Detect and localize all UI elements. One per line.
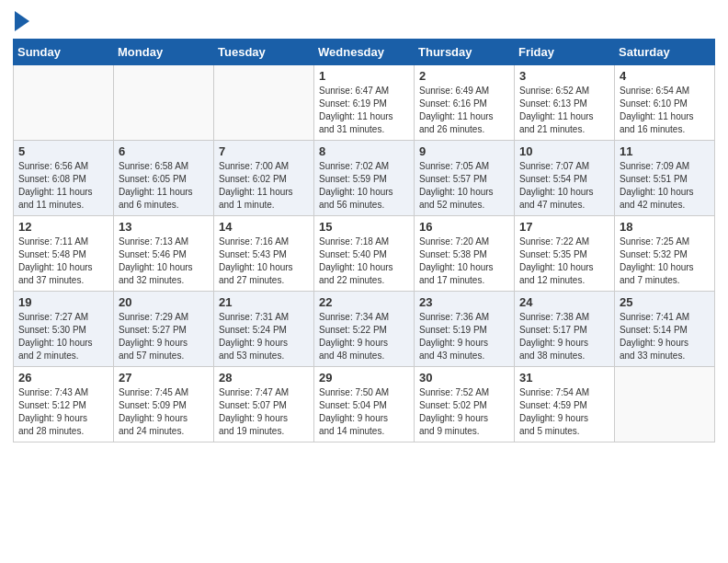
day-number: 29 [319,371,409,385]
day-cell-21: 21Sunrise: 7:31 AM Sunset: 5:24 PM Dayli… [214,292,314,367]
day-info: Sunrise: 7:52 AM Sunset: 5:02 PM Dayligh… [419,386,509,438]
header-saturday: Saturday [615,40,715,65]
day-info: Sunrise: 7:11 AM Sunset: 5:48 PM Dayligh… [18,236,108,287]
day-cell-4: 4Sunrise: 6:54 AM Sunset: 6:10 PM Daylig… [615,65,715,141]
day-cell-3: 3Sunrise: 6:52 AM Sunset: 6:13 PM Daylig… [515,65,615,141]
day-number: 1 [319,69,409,83]
logo-arrow-icon [15,11,29,31]
day-info: Sunrise: 7:22 AM Sunset: 5:35 PM Dayligh… [519,236,609,287]
week-row-3: 12Sunrise: 7:11 AM Sunset: 5:48 PM Dayli… [14,216,715,292]
day-cell-28: 28Sunrise: 7:47 AM Sunset: 5:07 PM Dayli… [214,367,314,442]
day-cell-1: 1Sunrise: 6:47 AM Sunset: 6:19 PM Daylig… [314,65,415,141]
day-number: 26 [18,371,108,385]
day-info: Sunrise: 7:02 AM Sunset: 5:59 PM Dayligh… [319,160,409,212]
empty-cell [615,367,715,442]
day-cell-29: 29Sunrise: 7:50 AM Sunset: 5:04 PM Dayli… [314,367,415,442]
day-number: 28 [219,371,309,385]
day-number: 25 [620,295,710,309]
day-info: Sunrise: 7:07 AM Sunset: 5:54 PM Dayligh… [519,160,609,212]
day-number: 2 [419,69,509,83]
day-info: Sunrise: 7:54 AM Sunset: 4:59 PM Dayligh… [519,386,609,438]
day-info: Sunrise: 6:47 AM Sunset: 6:19 PM Dayligh… [319,85,409,136]
day-cell-12: 12Sunrise: 7:11 AM Sunset: 5:48 PM Dayli… [14,216,114,292]
day-cell-9: 9Sunrise: 7:05 AM Sunset: 5:57 PM Daylig… [415,141,515,216]
day-info: Sunrise: 7:41 AM Sunset: 5:14 PM Dayligh… [620,311,710,362]
empty-cell [114,65,214,141]
header-friday: Friday [515,40,615,65]
day-info: Sunrise: 7:31 AM Sunset: 5:24 PM Dayligh… [219,311,309,362]
day-cell-13: 13Sunrise: 7:13 AM Sunset: 5:46 PM Dayli… [114,216,214,292]
day-cell-20: 20Sunrise: 7:29 AM Sunset: 5:27 PM Dayli… [114,292,214,367]
logo [13,9,29,31]
day-info: Sunrise: 6:49 AM Sunset: 6:16 PM Dayligh… [419,85,509,136]
week-row-5: 26Sunrise: 7:43 AM Sunset: 5:12 PM Dayli… [14,367,715,442]
day-cell-19: 19Sunrise: 7:27 AM Sunset: 5:30 PM Dayli… [14,292,114,367]
day-cell-2: 2Sunrise: 6:49 AM Sunset: 6:16 PM Daylig… [415,65,515,141]
day-number: 10 [519,144,609,158]
day-number: 9 [419,144,509,158]
page: SundayMondayTuesdayWednesdayThursdayFrid… [0,0,728,563]
day-cell-16: 16Sunrise: 7:20 AM Sunset: 5:38 PM Dayli… [415,216,515,292]
day-cell-24: 24Sunrise: 7:38 AM Sunset: 5:17 PM Dayli… [515,292,615,367]
day-info: Sunrise: 7:27 AM Sunset: 5:30 PM Dayligh… [18,311,108,362]
day-number: 3 [519,69,609,83]
day-number: 6 [119,144,209,158]
day-cell-18: 18Sunrise: 7:25 AM Sunset: 5:32 PM Dayli… [615,216,715,292]
empty-cell [214,65,314,141]
day-number: 17 [519,220,609,234]
day-number: 16 [419,220,509,234]
day-info: Sunrise: 6:52 AM Sunset: 6:13 PM Dayligh… [519,85,609,136]
week-row-2: 5Sunrise: 6:56 AM Sunset: 6:08 PM Daylig… [14,141,715,216]
day-info: Sunrise: 7:36 AM Sunset: 5:19 PM Dayligh… [419,311,509,362]
day-number: 22 [319,295,409,309]
day-info: Sunrise: 6:54 AM Sunset: 6:10 PM Dayligh… [620,85,710,136]
day-cell-11: 11Sunrise: 7:09 AM Sunset: 5:51 PM Dayli… [615,141,715,216]
day-number: 13 [119,220,209,234]
day-info: Sunrise: 7:47 AM Sunset: 5:07 PM Dayligh… [219,386,309,438]
day-number: 30 [419,371,509,385]
day-number: 20 [119,295,209,309]
day-info: Sunrise: 7:45 AM Sunset: 5:09 PM Dayligh… [119,386,209,438]
day-cell-22: 22Sunrise: 7:34 AM Sunset: 5:22 PM Dayli… [314,292,415,367]
day-info: Sunrise: 7:09 AM Sunset: 5:51 PM Dayligh… [620,160,710,212]
day-info: Sunrise: 7:43 AM Sunset: 5:12 PM Dayligh… [18,386,108,438]
header-sunday: Sunday [14,40,114,65]
day-number: 19 [18,295,108,309]
day-number: 8 [319,144,409,158]
day-number: 21 [219,295,309,309]
day-info: Sunrise: 7:00 AM Sunset: 6:02 PM Dayligh… [219,160,309,212]
day-info: Sunrise: 7:38 AM Sunset: 5:17 PM Dayligh… [519,311,609,362]
day-info: Sunrise: 7:25 AM Sunset: 5:32 PM Dayligh… [620,236,710,287]
day-number: 14 [219,220,309,234]
calendar: SundayMondayTuesdayWednesdayThursdayFrid… [13,39,715,442]
day-number: 15 [319,220,409,234]
day-number: 31 [519,371,609,385]
day-number: 12 [18,220,108,234]
week-row-1: 1Sunrise: 6:47 AM Sunset: 6:19 PM Daylig… [14,65,715,141]
day-info: Sunrise: 7:50 AM Sunset: 5:04 PM Dayligh… [319,386,409,438]
day-cell-30: 30Sunrise: 7:52 AM Sunset: 5:02 PM Dayli… [415,367,515,442]
day-number: 11 [620,144,710,158]
day-number: 24 [519,295,609,309]
day-cell-26: 26Sunrise: 7:43 AM Sunset: 5:12 PM Dayli… [14,367,114,442]
header-monday: Monday [114,40,214,65]
day-cell-8: 8Sunrise: 7:02 AM Sunset: 5:59 PM Daylig… [314,141,415,216]
day-info: Sunrise: 6:56 AM Sunset: 6:08 PM Dayligh… [18,160,108,212]
day-cell-31: 31Sunrise: 7:54 AM Sunset: 4:59 PM Dayli… [515,367,615,442]
day-info: Sunrise: 7:20 AM Sunset: 5:38 PM Dayligh… [419,236,509,287]
day-cell-17: 17Sunrise: 7:22 AM Sunset: 5:35 PM Dayli… [515,216,615,292]
day-cell-15: 15Sunrise: 7:18 AM Sunset: 5:40 PM Dayli… [314,216,415,292]
empty-cell [14,65,114,141]
day-number: 18 [620,220,710,234]
day-info: Sunrise: 7:34 AM Sunset: 5:22 PM Dayligh… [319,311,409,362]
day-info: Sunrise: 7:05 AM Sunset: 5:57 PM Dayligh… [419,160,509,212]
day-info: Sunrise: 7:29 AM Sunset: 5:27 PM Dayligh… [119,311,209,362]
day-cell-7: 7Sunrise: 7:00 AM Sunset: 6:02 PM Daylig… [214,141,314,216]
day-cell-23: 23Sunrise: 7:36 AM Sunset: 5:19 PM Dayli… [415,292,515,367]
day-number: 7 [219,144,309,158]
day-info: Sunrise: 7:18 AM Sunset: 5:40 PM Dayligh… [319,236,409,287]
day-number: 27 [119,371,209,385]
day-cell-14: 14Sunrise: 7:16 AM Sunset: 5:43 PM Dayli… [214,216,314,292]
header [13,9,715,31]
header-thursday: Thursday [415,40,515,65]
